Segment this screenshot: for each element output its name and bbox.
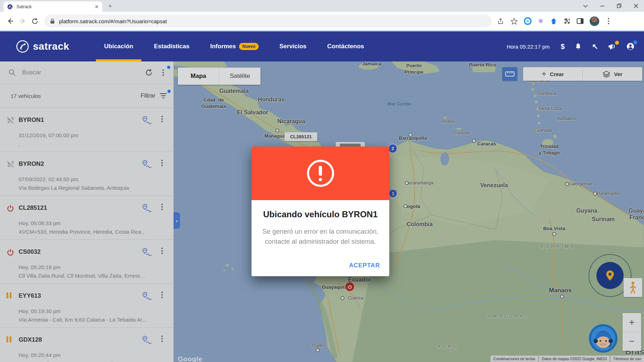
close-window-icon[interactable] [634,4,638,8]
dialog-message-line2: contacte al administrador del sistema. [252,237,389,247]
nav-item-label: Ubicación [104,43,133,50]
nav-item-label: Servicios [279,43,307,50]
megaphone-notification-dot [615,41,619,45]
nav-item-servicios[interactable]: Servicios [269,31,317,61]
close-tab-icon[interactable]: ✕ [94,4,99,9]
minimize-window-icon[interactable] [600,4,605,8]
nav-item-label: Contáctenos [327,43,364,50]
announcements-megaphone-icon[interactable] [608,43,616,50]
dialog-header [252,147,389,200]
nav-item-ubicacion[interactable]: Ubicación [94,31,143,61]
tab-title: Satrack [16,4,94,9]
satrack-favicon-icon [7,4,13,10]
extensions-puzzle-icon[interactable] [564,18,571,25]
profile-avatar[interactable] [590,16,599,26]
nav-item-contactenos[interactable]: Contáctenos [317,31,375,61]
browser-tab-strip: Satrack ✕ + [0,0,644,12]
nav-item-label: Informes [210,43,236,50]
alert-icon [307,160,334,187]
account-notification-dot [633,40,637,44]
error-dialog: Ubicando vehículo BYRON1 Se generó un er… [252,147,389,276]
app-navbar: satrack UbicaciónEstadísticasInformesNue… [0,31,644,61]
dialog-title: Ubicando vehículo BYRON1 [252,209,389,219]
accept-button[interactable]: ACEPTAR [349,262,380,269]
browser-toolbar: platform.satrack.com/#/main?Usuario=caps… [0,12,644,30]
bookmark-star-icon[interactable] [511,18,518,25]
browser-tab[interactable]: Satrack ✕ [4,1,102,12]
arrow-extension-icon[interactable] [550,18,557,25]
share-icon[interactable] [497,18,504,25]
brand-name: satrack [33,41,69,52]
nav-item-estadisticas[interactable]: Estadísticas [143,31,200,61]
reload-icon[interactable] [29,15,41,27]
back-icon[interactable] [4,15,16,27]
dialog-message-line1: Se generó un error en la comunicación, [252,227,389,237]
new-badge: Nuevo [239,43,259,50]
new-tab-button[interactable]: + [106,2,114,10]
nav-item-informes[interactable]: InformesNuevo [200,31,269,61]
calendly-extension-icon[interactable] [524,17,532,25]
dialog-message: Se generó un error en la comunicación, c… [252,227,389,247]
screen: Satrack ✕ + platform.satrack.com/#/main?… [0,0,644,362]
address-bar[interactable]: platform.satrack.com/#/main?Usuario=caps… [44,15,492,28]
side-panel-icon[interactable] [577,18,584,24]
clock-label: Hora 05:22:17 pm [507,44,550,50]
satrack-logo[interactable]: satrack [16,31,69,61]
notifications-bell-icon[interactable] [574,43,582,50]
main-nav: UbicaciónEstadísticasInformesNuevoServic… [94,31,375,61]
restore-window-icon[interactable] [617,4,621,8]
asterisk-extension-icon[interactable]: ✳ [538,18,544,25]
browser-menu-icon[interactable] [605,18,612,25]
chevron-down-icon[interactable] [583,5,588,8]
url-text: platform.satrack.com/#/main?Usuario=caps… [59,18,167,24]
lock-icon [50,19,55,24]
pointer-tool-icon[interactable]: ↖ [592,42,598,51]
account-icon[interactable] [626,42,635,51]
nav-item-label: Estadísticas [154,43,189,50]
satrack-logo-icon [16,40,29,53]
billing-dollar-icon[interactable]: $ [561,43,565,51]
forward-icon[interactable] [16,15,29,27]
